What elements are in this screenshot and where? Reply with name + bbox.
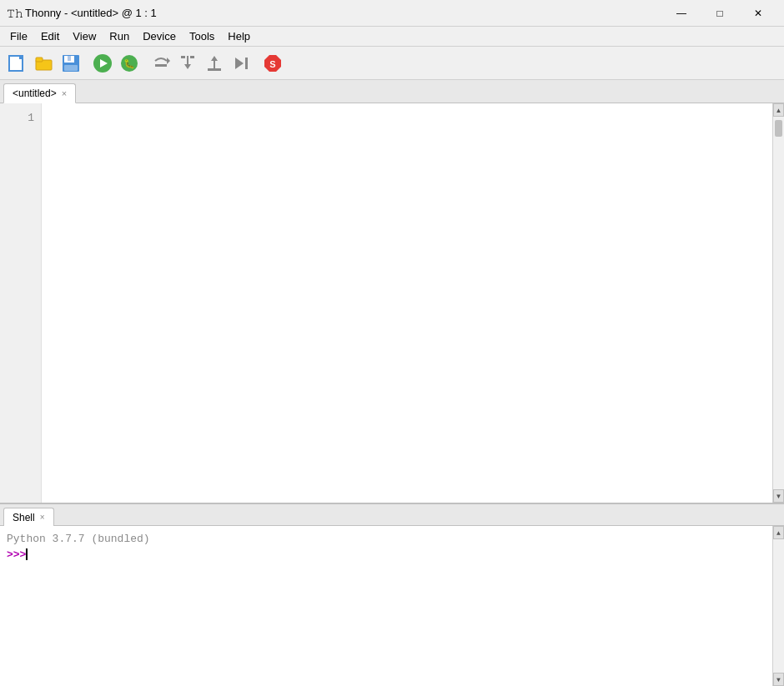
open-file-button[interactable] (32, 51, 57, 76)
minimize-button[interactable]: — (662, 0, 701, 27)
shell-tab-bar: Shell × (0, 504, 784, 526)
new-file-icon (8, 55, 27, 72)
shell-prompt-line: >>> (7, 548, 777, 561)
scrollbar-up-button[interactable]: ▲ (773, 103, 784, 117)
shell-tab[interactable]: Shell × (3, 508, 54, 526)
svg-rect-7 (68, 56, 71, 61)
svg-marker-18 (235, 58, 244, 69)
close-button[interactable]: ✕ (739, 0, 777, 27)
title-position: @ 1 : 1 (122, 7, 157, 19)
maximize-button[interactable]: □ (701, 0, 739, 27)
menu-run[interactable]: Run (103, 28, 136, 44)
step-over-button[interactable] (148, 51, 173, 76)
editor-tab-close[interactable]: × (62, 89, 67, 98)
run-icon (93, 54, 112, 73)
shell-tab-label: Shell (13, 512, 35, 523)
scrollbar-track (773, 117, 784, 489)
svg-rect-15 (190, 56, 194, 58)
svg-rect-14 (181, 56, 185, 58)
shell-cursor (26, 548, 28, 560)
step-out-icon (205, 54, 224, 73)
title-bar-left: 𝚃𝚑 Thonny - <untitled> @ 1 : 1 (7, 7, 157, 20)
resume-icon (232, 54, 250, 73)
run-button[interactable] (90, 51, 115, 76)
svg-rect-17 (208, 68, 221, 71)
save-file-button[interactable] (58, 51, 83, 76)
shell-info-text: Python 3.7.7 (bundled) (7, 531, 777, 548)
svg-rect-8 (64, 65, 78, 71)
editor-tab-label: <untitled> (13, 88, 57, 99)
shell-tab-close[interactable]: × (40, 513, 45, 522)
shell-scrollbar-track (773, 539, 784, 673)
debug-icon: 🐛 (120, 54, 138, 73)
stop-icon: S (264, 54, 282, 73)
step-into-button[interactable] (175, 51, 200, 76)
shell-scrollbar-up[interactable]: ▲ (773, 526, 784, 539)
svg-rect-12 (155, 64, 167, 67)
menu-file[interactable]: File (3, 28, 34, 44)
title-separator: - (64, 7, 68, 19)
menu-edit[interactable]: Edit (34, 28, 66, 44)
app-icon: 𝚃𝚑 (7, 7, 20, 20)
step-out-button[interactable] (202, 51, 227, 76)
svg-rect-4 (36, 58, 43, 62)
editor-scrollbar[interactable]: ▲ ▼ (772, 103, 784, 503)
save-file-icon (62, 54, 80, 73)
open-file-icon (35, 55, 53, 72)
scrollbar-down-button[interactable]: ▼ (773, 489, 784, 503)
svg-marker-11 (167, 58, 170, 64)
editor-area[interactable]: 1 ▲ ▼ (0, 103, 784, 503)
svg-marker-16 (211, 56, 218, 61)
shell-panel: Shell × Python 3.7.7 (bundled) >>> ▲ ▼ (0, 503, 784, 686)
shell-prompt: >>> (7, 548, 26, 561)
shell-scrollbar[interactable]: ▲ ▼ (772, 526, 784, 686)
svg-marker-13 (184, 64, 191, 69)
toolbar: 🐛 (0, 47, 784, 80)
svg-text:S: S (269, 59, 275, 69)
stop-button[interactable]: S (260, 51, 285, 76)
resume-button[interactable] (229, 51, 254, 76)
editor-container: <untitled> × 1 ▲ ▼ (0, 80, 784, 503)
svg-text:🐛: 🐛 (123, 58, 135, 69)
menu-bar: File Edit View Run Device Tools Help (0, 27, 784, 47)
debug-button[interactable]: 🐛 (117, 51, 142, 76)
editor-content[interactable] (42, 103, 772, 503)
file-name: <untitled> (71, 7, 118, 19)
editor-tab-bar: <untitled> × (0, 80, 784, 103)
title-text: Thonny - <untitled> @ 1 : 1 (25, 7, 157, 19)
menu-device[interactable]: Device (136, 28, 183, 44)
app-name: Thonny (25, 7, 61, 19)
new-file-button[interactable] (5, 51, 30, 76)
scrollbar-thumb[interactable] (775, 120, 782, 137)
step-into-icon (178, 54, 197, 73)
svg-rect-19 (245, 58, 248, 69)
menu-tools[interactable]: Tools (183, 28, 221, 44)
title-bar-controls: — □ ✕ (662, 0, 777, 27)
shell-scrollbar-down[interactable]: ▼ (773, 673, 784, 686)
line-numbers: 1 (0, 103, 42, 503)
shell-content[interactable]: Python 3.7.7 (bundled) >>> ▲ ▼ (0, 526, 784, 686)
step-over-icon (152, 54, 170, 73)
title-bar: 𝚃𝚑 Thonny - <untitled> @ 1 : 1 — □ ✕ (0, 0, 784, 27)
menu-view[interactable]: View (66, 28, 103, 44)
line-number-1: 1 (0, 110, 34, 128)
menu-help[interactable]: Help (221, 28, 257, 44)
editor-tab-untitled[interactable]: <untitled> × (3, 83, 76, 103)
